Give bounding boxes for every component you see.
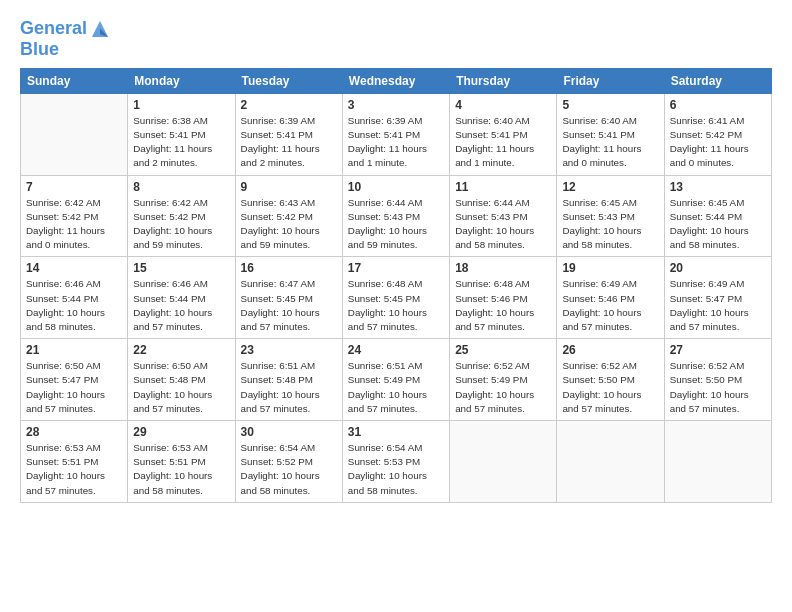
logo-text-general: General xyxy=(20,19,87,39)
day-info: Sunrise: 6:51 AM Sunset: 5:49 PM Dayligh… xyxy=(348,359,444,416)
calendar-cell: 29Sunrise: 6:53 AM Sunset: 5:51 PM Dayli… xyxy=(128,421,235,503)
day-info: Sunrise: 6:44 AM Sunset: 5:43 PM Dayligh… xyxy=(455,196,551,253)
day-info: Sunrise: 6:51 AM Sunset: 5:48 PM Dayligh… xyxy=(241,359,337,416)
day-of-week-header: Tuesday xyxy=(235,68,342,93)
day-number: 26 xyxy=(562,343,658,357)
day-number: 1 xyxy=(133,98,229,112)
calendar-cell: 26Sunrise: 6:52 AM Sunset: 5:50 PM Dayli… xyxy=(557,339,664,421)
calendar-cell: 3Sunrise: 6:39 AM Sunset: 5:41 PM Daylig… xyxy=(342,93,449,175)
calendar-cell: 28Sunrise: 6:53 AM Sunset: 5:51 PM Dayli… xyxy=(21,421,128,503)
day-info: Sunrise: 6:42 AM Sunset: 5:42 PM Dayligh… xyxy=(26,196,122,253)
day-of-week-header: Sunday xyxy=(21,68,128,93)
calendar-page: General Blue SundayMondayTuesdayWednesda… xyxy=(0,0,792,612)
day-of-week-header: Thursday xyxy=(450,68,557,93)
calendar-cell: 23Sunrise: 6:51 AM Sunset: 5:48 PM Dayli… xyxy=(235,339,342,421)
calendar-cell: 10Sunrise: 6:44 AM Sunset: 5:43 PM Dayli… xyxy=(342,175,449,257)
day-number: 12 xyxy=(562,180,658,194)
calendar-cell: 20Sunrise: 6:49 AM Sunset: 5:47 PM Dayli… xyxy=(664,257,771,339)
calendar-cell: 24Sunrise: 6:51 AM Sunset: 5:49 PM Dayli… xyxy=(342,339,449,421)
calendar-cell: 4Sunrise: 6:40 AM Sunset: 5:41 PM Daylig… xyxy=(450,93,557,175)
day-number: 4 xyxy=(455,98,551,112)
day-of-week-header: Friday xyxy=(557,68,664,93)
calendar-cell: 17Sunrise: 6:48 AM Sunset: 5:45 PM Dayli… xyxy=(342,257,449,339)
day-number: 17 xyxy=(348,261,444,275)
day-of-week-header: Monday xyxy=(128,68,235,93)
day-number: 21 xyxy=(26,343,122,357)
calendar-cell: 7Sunrise: 6:42 AM Sunset: 5:42 PM Daylig… xyxy=(21,175,128,257)
calendar-cell: 1Sunrise: 6:38 AM Sunset: 5:41 PM Daylig… xyxy=(128,93,235,175)
day-info: Sunrise: 6:49 AM Sunset: 5:47 PM Dayligh… xyxy=(670,277,766,334)
logo-icon xyxy=(89,18,111,40)
calendar-cell: 21Sunrise: 6:50 AM Sunset: 5:47 PM Dayli… xyxy=(21,339,128,421)
day-number: 25 xyxy=(455,343,551,357)
calendar-cell: 11Sunrise: 6:44 AM Sunset: 5:43 PM Dayli… xyxy=(450,175,557,257)
calendar-cell: 6Sunrise: 6:41 AM Sunset: 5:42 PM Daylig… xyxy=(664,93,771,175)
calendar-week-row: 21Sunrise: 6:50 AM Sunset: 5:47 PM Dayli… xyxy=(21,339,772,421)
calendar-week-row: 7Sunrise: 6:42 AM Sunset: 5:42 PM Daylig… xyxy=(21,175,772,257)
calendar-week-row: 28Sunrise: 6:53 AM Sunset: 5:51 PM Dayli… xyxy=(21,421,772,503)
day-info: Sunrise: 6:52 AM Sunset: 5:49 PM Dayligh… xyxy=(455,359,551,416)
calendar-cell xyxy=(557,421,664,503)
day-info: Sunrise: 6:52 AM Sunset: 5:50 PM Dayligh… xyxy=(562,359,658,416)
day-info: Sunrise: 6:44 AM Sunset: 5:43 PM Dayligh… xyxy=(348,196,444,253)
calendar-cell: 5Sunrise: 6:40 AM Sunset: 5:41 PM Daylig… xyxy=(557,93,664,175)
day-info: Sunrise: 6:50 AM Sunset: 5:47 PM Dayligh… xyxy=(26,359,122,416)
day-info: Sunrise: 6:49 AM Sunset: 5:46 PM Dayligh… xyxy=(562,277,658,334)
day-number: 31 xyxy=(348,425,444,439)
day-number: 15 xyxy=(133,261,229,275)
calendar-cell: 2Sunrise: 6:39 AM Sunset: 5:41 PM Daylig… xyxy=(235,93,342,175)
calendar-cell xyxy=(450,421,557,503)
day-number: 6 xyxy=(670,98,766,112)
day-info: Sunrise: 6:48 AM Sunset: 5:45 PM Dayligh… xyxy=(348,277,444,334)
calendar-week-row: 1Sunrise: 6:38 AM Sunset: 5:41 PM Daylig… xyxy=(21,93,772,175)
day-number: 10 xyxy=(348,180,444,194)
day-info: Sunrise: 6:40 AM Sunset: 5:41 PM Dayligh… xyxy=(562,114,658,171)
day-number: 14 xyxy=(26,261,122,275)
day-number: 29 xyxy=(133,425,229,439)
calendar-cell xyxy=(21,93,128,175)
day-of-week-header: Saturday xyxy=(664,68,771,93)
day-info: Sunrise: 6:41 AM Sunset: 5:42 PM Dayligh… xyxy=(670,114,766,171)
calendar-cell: 8Sunrise: 6:42 AM Sunset: 5:42 PM Daylig… xyxy=(128,175,235,257)
day-info: Sunrise: 6:42 AM Sunset: 5:42 PM Dayligh… xyxy=(133,196,229,253)
calendar-cell: 25Sunrise: 6:52 AM Sunset: 5:49 PM Dayli… xyxy=(450,339,557,421)
calendar-cell: 13Sunrise: 6:45 AM Sunset: 5:44 PM Dayli… xyxy=(664,175,771,257)
day-number: 23 xyxy=(241,343,337,357)
day-number: 7 xyxy=(26,180,122,194)
day-info: Sunrise: 6:54 AM Sunset: 5:53 PM Dayligh… xyxy=(348,441,444,498)
day-number: 11 xyxy=(455,180,551,194)
calendar-cell: 12Sunrise: 6:45 AM Sunset: 5:43 PM Dayli… xyxy=(557,175,664,257)
day-info: Sunrise: 6:45 AM Sunset: 5:44 PM Dayligh… xyxy=(670,196,766,253)
day-info: Sunrise: 6:53 AM Sunset: 5:51 PM Dayligh… xyxy=(133,441,229,498)
calendar-cell: 30Sunrise: 6:54 AM Sunset: 5:52 PM Dayli… xyxy=(235,421,342,503)
day-info: Sunrise: 6:46 AM Sunset: 5:44 PM Dayligh… xyxy=(26,277,122,334)
header: General Blue xyxy=(20,18,772,60)
calendar-cell: 15Sunrise: 6:46 AM Sunset: 5:44 PM Dayli… xyxy=(128,257,235,339)
day-info: Sunrise: 6:43 AM Sunset: 5:42 PM Dayligh… xyxy=(241,196,337,253)
calendar-cell: 22Sunrise: 6:50 AM Sunset: 5:48 PM Dayli… xyxy=(128,339,235,421)
calendar-cell: 16Sunrise: 6:47 AM Sunset: 5:45 PM Dayli… xyxy=(235,257,342,339)
calendar-cell: 31Sunrise: 6:54 AM Sunset: 5:53 PM Dayli… xyxy=(342,421,449,503)
logo-text-blue: Blue xyxy=(20,40,111,60)
day-number: 5 xyxy=(562,98,658,112)
calendar-table: SundayMondayTuesdayWednesdayThursdayFrid… xyxy=(20,68,772,503)
logo: General Blue xyxy=(20,18,111,60)
calendar-cell: 27Sunrise: 6:52 AM Sunset: 5:50 PM Dayli… xyxy=(664,339,771,421)
calendar-cell: 18Sunrise: 6:48 AM Sunset: 5:46 PM Dayli… xyxy=(450,257,557,339)
day-number: 13 xyxy=(670,180,766,194)
day-number: 3 xyxy=(348,98,444,112)
day-info: Sunrise: 6:53 AM Sunset: 5:51 PM Dayligh… xyxy=(26,441,122,498)
day-number: 30 xyxy=(241,425,337,439)
day-number: 27 xyxy=(670,343,766,357)
day-info: Sunrise: 6:39 AM Sunset: 5:41 PM Dayligh… xyxy=(241,114,337,171)
day-of-week-header: Wednesday xyxy=(342,68,449,93)
day-number: 18 xyxy=(455,261,551,275)
day-number: 9 xyxy=(241,180,337,194)
day-info: Sunrise: 6:48 AM Sunset: 5:46 PM Dayligh… xyxy=(455,277,551,334)
calendar-cell: 14Sunrise: 6:46 AM Sunset: 5:44 PM Dayli… xyxy=(21,257,128,339)
day-number: 2 xyxy=(241,98,337,112)
day-info: Sunrise: 6:50 AM Sunset: 5:48 PM Dayligh… xyxy=(133,359,229,416)
day-number: 8 xyxy=(133,180,229,194)
calendar-cell xyxy=(664,421,771,503)
day-info: Sunrise: 6:38 AM Sunset: 5:41 PM Dayligh… xyxy=(133,114,229,171)
